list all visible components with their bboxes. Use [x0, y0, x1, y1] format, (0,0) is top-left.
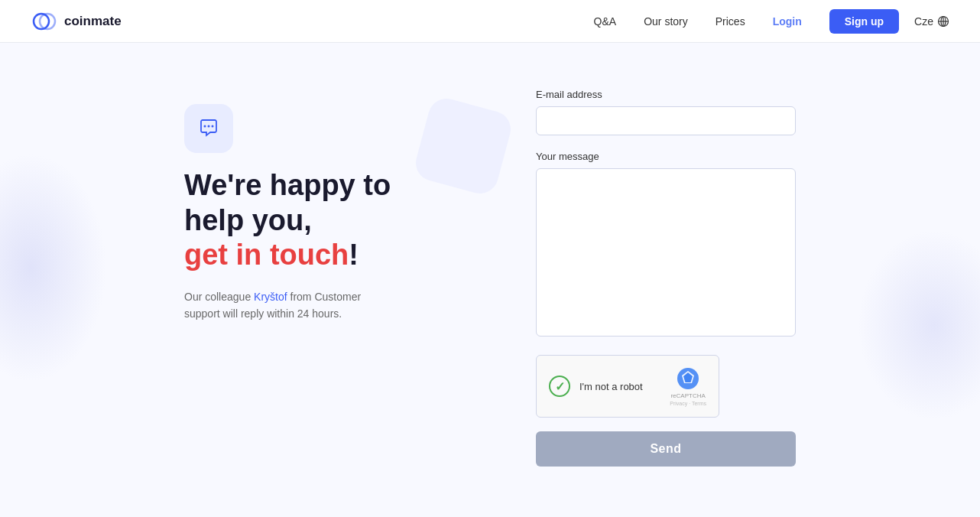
navbar: coinmate Q&A Our story Prices Login Sign…	[0, 0, 980, 43]
chat-icon	[196, 116, 221, 141]
nav-signup[interactable]: Sign up	[829, 9, 899, 34]
language-label: Cze	[914, 15, 933, 28]
recaptcha-logo-icon	[676, 366, 700, 391]
svg-point-7	[208, 125, 210, 128]
headline: We're happy to help you, get in touch!	[184, 168, 475, 273]
message-textarea[interactable]	[536, 168, 796, 337]
logo-link[interactable]: coinmate	[31, 8, 122, 35]
language-selector[interactable]: Cze	[914, 15, 949, 28]
svg-point-6	[204, 125, 206, 128]
chat-icon-wrapper	[184, 104, 233, 153]
main-container: We're happy to help you, get in touch! O…	[0, 43, 980, 497]
right-section: E-mail address Your message ✓ I'm not a …	[536, 89, 796, 467]
globe-icon	[937, 15, 949, 28]
recaptcha-brand-text: reCAPTCHA	[670, 392, 705, 399]
nav-login[interactable]: Login	[773, 15, 802, 28]
logo-icon	[31, 8, 58, 35]
left-section: We're happy to help you, get in touch! O…	[184, 89, 475, 323]
email-form-group: E-mail address	[536, 89, 796, 135]
recaptcha-label: I'm not a robot	[579, 381, 643, 392]
subtext: Our colleague Kryštof from Customer supp…	[184, 288, 414, 323]
nav-qa[interactable]: Q&A	[594, 15, 617, 28]
recaptcha-right: reCAPTCHA Privacy · Terms	[670, 366, 706, 406]
message-label: Your message	[536, 151, 796, 162]
message-form-group: Your message	[536, 151, 796, 340]
svg-point-8	[212, 125, 214, 128]
email-input[interactable]	[536, 106, 796, 135]
nav-our-story[interactable]: Our story	[644, 15, 688, 28]
nav-links: Q&A Our story Prices Login Sign up	[594, 15, 900, 28]
email-label: E-mail address	[536, 89, 796, 100]
recaptcha-check-circle: ✓	[549, 376, 570, 397]
recaptcha-widget[interactable]: ✓ I'm not a robot reCAPTCHA Privacy · Te…	[536, 355, 719, 418]
recaptcha-left: ✓ I'm not a robot	[549, 376, 643, 397]
colleague-link[interactable]: Kryštof	[254, 291, 287, 303]
recaptcha-links: Privacy · Terms	[670, 401, 706, 406]
nav-prices[interactable]: Prices	[716, 15, 745, 28]
send-button[interactable]: Send	[536, 431, 796, 467]
logo-text: coinmate	[64, 14, 122, 29]
checkmark-icon: ✓	[555, 379, 565, 394]
